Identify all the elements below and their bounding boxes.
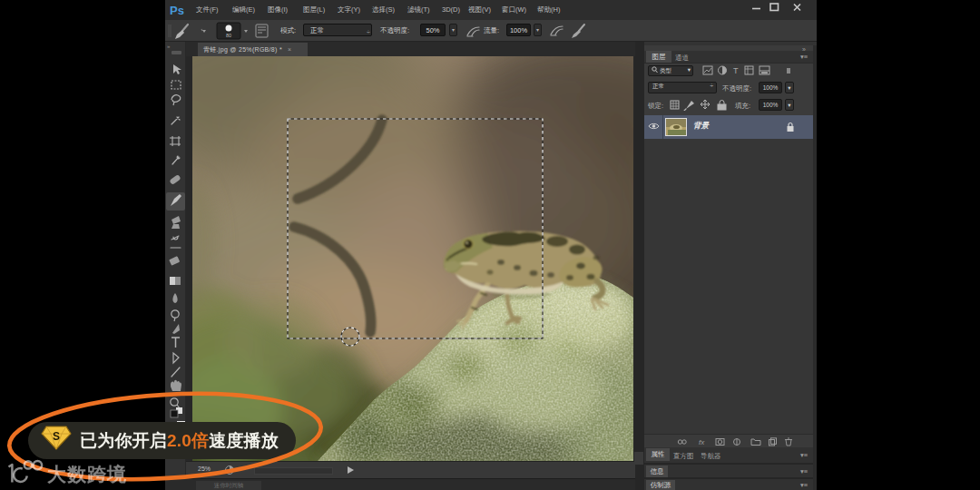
svg-text:80: 80 — [226, 33, 231, 38]
svg-text:fx: fx — [699, 438, 705, 446]
svg-text:T: T — [733, 66, 739, 75]
svg-text:÷: ÷ — [367, 29, 370, 35]
svg-text:S: S — [53, 430, 60, 443]
